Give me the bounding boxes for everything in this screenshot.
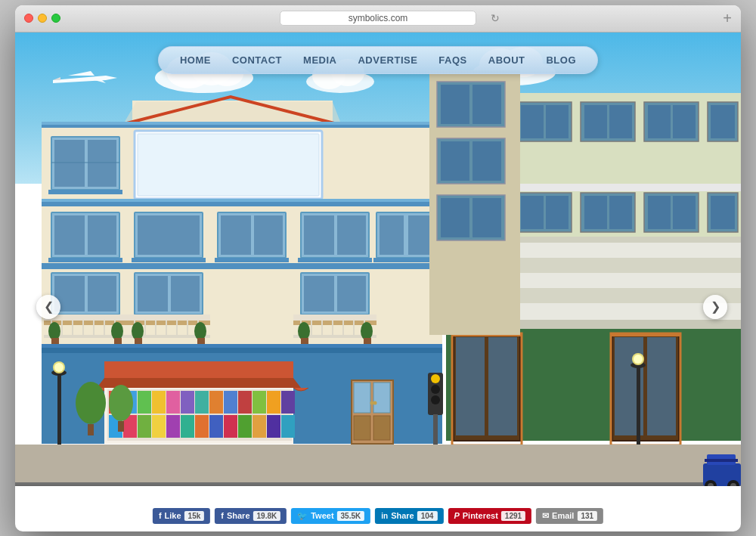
twitter-tweet-button[interactable]: 🐦 Tweet 35.5K bbox=[291, 508, 370, 524]
svg-rect-230 bbox=[15, 485, 741, 486]
svg-rect-50 bbox=[42, 263, 442, 269]
svg-rect-116 bbox=[209, 391, 223, 414]
right-chevron-icon: ❯ bbox=[711, 299, 720, 314]
email-icon: ✉ bbox=[542, 511, 549, 521]
svg-rect-136 bbox=[88, 424, 94, 435]
svg-rect-67 bbox=[114, 338, 122, 344]
nav-blog[interactable]: BLOG bbox=[543, 53, 579, 67]
tweet-count: 35.5K bbox=[337, 511, 365, 521]
svg-rect-197 bbox=[647, 337, 676, 435]
svg-rect-158 bbox=[546, 105, 569, 138]
svg-point-218 bbox=[431, 395, 440, 404]
svg-rect-119 bbox=[253, 391, 266, 414]
svg-rect-206 bbox=[472, 141, 501, 181]
left-chevron-icon: ❮ bbox=[44, 299, 54, 314]
facebook-share-button[interactable]: f Share 19.8K bbox=[215, 508, 287, 524]
prev-arrow-button[interactable]: ❮ bbox=[36, 295, 60, 319]
svg-rect-30 bbox=[168, 215, 200, 255]
svg-rect-33 bbox=[221, 215, 251, 255]
svg-rect-100 bbox=[301, 338, 308, 344]
svg-point-65 bbox=[111, 322, 123, 340]
svg-rect-53 bbox=[88, 276, 116, 311]
svg-rect-83 bbox=[135, 338, 142, 344]
svg-rect-112 bbox=[152, 391, 166, 414]
svg-point-213 bbox=[634, 355, 643, 364]
svg-rect-172 bbox=[546, 196, 569, 229]
pinterest-label: Pinterest bbox=[463, 511, 498, 520]
svg-rect-38 bbox=[337, 215, 366, 255]
svg-rect-103 bbox=[42, 344, 442, 348]
nav-faqs[interactable]: FAQS bbox=[435, 53, 469, 67]
svg-rect-125 bbox=[152, 415, 166, 438]
svg-rect-120 bbox=[267, 391, 280, 414]
svg-rect-45 bbox=[54, 215, 85, 255]
pinterest-button[interactable]: P Pinterest 1291 bbox=[448, 508, 531, 524]
nav-media[interactable]: MEDIA bbox=[300, 53, 339, 67]
city-illustration bbox=[15, 33, 741, 486]
svg-rect-71 bbox=[127, 314, 210, 321]
next-arrow-button[interactable]: ❯ bbox=[703, 295, 727, 319]
minimize-button[interactable] bbox=[38, 14, 47, 23]
svg-rect-46 bbox=[88, 215, 116, 255]
svg-point-98 bbox=[298, 322, 310, 340]
svg-rect-35 bbox=[215, 258, 289, 262]
svg-point-216 bbox=[431, 374, 440, 383]
svg-rect-233 bbox=[705, 459, 738, 462]
svg-point-81 bbox=[132, 322, 144, 340]
svg-rect-70 bbox=[171, 276, 200, 311]
twitter-icon: 🐦 bbox=[297, 511, 308, 521]
nav-contact[interactable]: CONTACT bbox=[229, 53, 285, 67]
nav-about[interactable]: ABOUT bbox=[485, 53, 528, 67]
svg-rect-111 bbox=[138, 391, 151, 414]
email-share-button[interactable]: ✉ Email 131 bbox=[536, 508, 603, 524]
linkedin-count: 104 bbox=[417, 511, 438, 521]
email-label: Email bbox=[552, 511, 574, 520]
svg-rect-133 bbox=[267, 415, 280, 438]
svg-rect-180 bbox=[711, 196, 735, 229]
svg-rect-129 bbox=[209, 415, 223, 438]
svg-rect-134 bbox=[281, 415, 295, 438]
svg-point-64 bbox=[48, 322, 60, 340]
svg-point-149 bbox=[54, 363, 64, 372]
url-text: symbolics.com bbox=[349, 13, 408, 23]
svg-rect-37 bbox=[304, 215, 334, 255]
svg-rect-43 bbox=[373, 258, 438, 262]
svg-rect-114 bbox=[181, 391, 194, 414]
svg-rect-175 bbox=[609, 196, 632, 229]
svg-rect-31 bbox=[132, 258, 206, 262]
refresh-icon[interactable]: ↻ bbox=[491, 12, 500, 24]
linkedin-label: Share bbox=[391, 511, 414, 520]
svg-rect-20 bbox=[42, 122, 442, 125]
svg-rect-138 bbox=[118, 421, 124, 432]
svg-rect-24 bbox=[54, 140, 85, 187]
url-bar[interactable]: symbolics.com bbox=[280, 11, 476, 26]
svg-rect-141 bbox=[373, 383, 390, 413]
maximize-button[interactable] bbox=[51, 14, 60, 23]
like-count: 15k bbox=[184, 511, 205, 521]
svg-rect-164 bbox=[673, 105, 696, 138]
svg-rect-105 bbox=[104, 361, 293, 378]
svg-rect-191 bbox=[456, 337, 485, 435]
svg-rect-126 bbox=[166, 415, 180, 438]
svg-point-82 bbox=[194, 322, 206, 340]
svg-point-99 bbox=[361, 322, 373, 340]
svg-rect-84 bbox=[197, 338, 205, 344]
nav-advertise[interactable]: ADVERTISE bbox=[355, 53, 420, 67]
facebook-like-button[interactable]: f Like 15k bbox=[153, 508, 210, 524]
svg-rect-160 bbox=[584, 105, 607, 138]
svg-rect-39 bbox=[298, 258, 372, 262]
svg-rect-157 bbox=[521, 105, 544, 138]
svg-rect-113 bbox=[166, 391, 180, 414]
svg-rect-161 bbox=[609, 105, 632, 138]
svg-marker-16 bbox=[125, 102, 340, 122]
linkedin-share-button[interactable]: in Share 104 bbox=[375, 508, 443, 524]
svg-rect-117 bbox=[224, 391, 237, 414]
nav-home[interactable]: HOME bbox=[177, 53, 214, 67]
close-button[interactable] bbox=[24, 14, 33, 23]
svg-rect-140 bbox=[354, 383, 370, 413]
svg-rect-128 bbox=[195, 415, 209, 438]
linkedin-icon: in bbox=[381, 512, 388, 520]
svg-rect-115 bbox=[195, 391, 209, 414]
new-tab-button[interactable]: + bbox=[723, 11, 732, 26]
svg-rect-203 bbox=[472, 85, 501, 124]
